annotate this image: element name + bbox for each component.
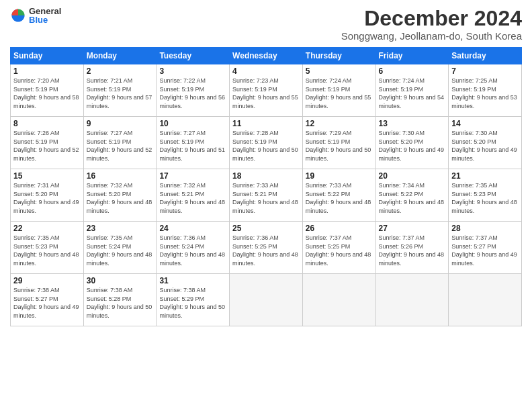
- calendar-cell: 21 Sunrise: 7:35 AM Sunset: 5:23 PM Dayl…: [449, 169, 522, 222]
- day-info: Sunrise: 7:20 AM Sunset: 5:19 PM Dayligh…: [13, 77, 81, 110]
- day-number: 4: [232, 66, 300, 76]
- day-info: Sunrise: 7:30 AM Sunset: 5:20 PM Dayligh…: [379, 129, 446, 163]
- day-info: Sunrise: 7:34 AM Sunset: 5:22 PM Dayligh…: [379, 181, 446, 215]
- calendar-cell: 11 Sunrise: 7:28 AM Sunset: 5:19 PM Dayl…: [230, 117, 303, 169]
- day-number: 29: [13, 276, 81, 285]
- day-number: 30: [87, 276, 154, 285]
- header: General Blue December 2024 Songgwang, Je…: [10, 7, 522, 42]
- day-number: 3: [159, 66, 226, 76]
- calendar-cell: 14 Sunrise: 7:30 AM Sunset: 5:20 PM Dayl…: [449, 117, 522, 169]
- calendar-cell: 5 Sunrise: 7:24 AM Sunset: 5:19 PM Dayli…: [302, 64, 375, 117]
- day-info: Sunrise: 7:23 AM Sunset: 5:19 PM Dayligh…: [232, 77, 300, 110]
- calendar-cell: 28 Sunrise: 7:37 AM Sunset: 5:27 PM Dayl…: [449, 222, 522, 274]
- calendar-cell: 25 Sunrise: 7:36 AM Sunset: 5:25 PM Dayl…: [230, 222, 303, 274]
- day-info: Sunrise: 7:37 AM Sunset: 5:27 PM Dayligh…: [451, 234, 519, 267]
- day-info: Sunrise: 7:26 AM Sunset: 5:19 PM Dayligh…: [13, 129, 81, 163]
- day-number: 18: [232, 171, 300, 181]
- day-number: 7: [451, 66, 519, 76]
- day-info: Sunrise: 7:24 AM Sunset: 5:19 PM Dayligh…: [306, 77, 373, 110]
- calendar-cell: [230, 274, 303, 326]
- day-number: 17: [159, 171, 226, 181]
- col-wednesday: Wednesday: [230, 48, 303, 64]
- title-section: December 2024 Songgwang, Jeollanam-do, S…: [341, 7, 522, 42]
- day-number: 28: [451, 224, 519, 233]
- day-info: Sunrise: 7:24 AM Sunset: 5:19 PM Dayligh…: [379, 77, 446, 110]
- day-number: 25: [232, 224, 300, 233]
- calendar-cell: 2 Sunrise: 7:21 AM Sunset: 5:19 PM Dayli…: [83, 64, 157, 117]
- day-number: 6: [379, 66, 446, 76]
- calendar-cell: 1 Sunrise: 7:20 AM Sunset: 5:19 PM Dayli…: [11, 64, 84, 117]
- day-info: Sunrise: 7:35 AM Sunset: 5:24 PM Dayligh…: [87, 234, 154, 267]
- calendar-cell: 9 Sunrise: 7:27 AM Sunset: 5:19 PM Dayli…: [83, 117, 157, 169]
- logo-icon: [10, 7, 26, 24]
- calendar-cell: 4 Sunrise: 7:23 AM Sunset: 5:19 PM Dayli…: [230, 64, 303, 117]
- day-info: Sunrise: 7:36 AM Sunset: 5:25 PM Dayligh…: [232, 234, 300, 267]
- day-info: Sunrise: 7:31 AM Sunset: 5:20 PM Dayligh…: [13, 181, 81, 215]
- col-thursday: Thursday: [302, 48, 375, 64]
- calendar-week-4: 29 Sunrise: 7:38 AM Sunset: 5:27 PM Dayl…: [11, 274, 522, 326]
- calendar-cell: 15 Sunrise: 7:31 AM Sunset: 5:20 PM Dayl…: [11, 169, 84, 222]
- day-number: 19: [306, 171, 373, 181]
- col-sunday: Sunday: [11, 48, 84, 64]
- month-title: December 2024: [341, 7, 522, 30]
- day-info: Sunrise: 7:36 AM Sunset: 5:24 PM Dayligh…: [159, 234, 226, 267]
- day-info: Sunrise: 7:21 AM Sunset: 5:19 PM Dayligh…: [87, 77, 154, 110]
- day-info: Sunrise: 7:38 AM Sunset: 5:27 PM Dayligh…: [13, 286, 81, 320]
- location-subtitle: Songgwang, Jeollanam-do, South Korea: [341, 30, 522, 42]
- calendar-cell: 3 Sunrise: 7:22 AM Sunset: 5:19 PM Dayli…: [157, 64, 230, 117]
- day-number: 21: [451, 171, 519, 181]
- day-info: Sunrise: 7:33 AM Sunset: 5:22 PM Dayligh…: [306, 181, 373, 215]
- col-monday: Monday: [83, 48, 157, 64]
- day-number: 12: [306, 119, 373, 128]
- day-info: Sunrise: 7:30 AM Sunset: 5:20 PM Dayligh…: [451, 129, 519, 163]
- day-number: 14: [451, 119, 519, 128]
- col-saturday: Saturday: [449, 48, 522, 64]
- day-info: Sunrise: 7:38 AM Sunset: 5:28 PM Dayligh…: [87, 286, 154, 320]
- logo-text: General Blue: [29, 7, 61, 24]
- day-info: Sunrise: 7:32 AM Sunset: 5:20 PM Dayligh…: [87, 181, 154, 215]
- calendar-cell: 8 Sunrise: 7:26 AM Sunset: 5:19 PM Dayli…: [11, 117, 84, 169]
- day-number: 23: [87, 224, 154, 233]
- day-info: Sunrise: 7:32 AM Sunset: 5:21 PM Dayligh…: [159, 181, 226, 215]
- day-info: Sunrise: 7:37 AM Sunset: 5:25 PM Dayligh…: [306, 234, 373, 267]
- day-number: 2: [87, 66, 154, 76]
- calendar-page: General Blue December 2024 Songgwang, Je…: [0, 0, 532, 411]
- day-number: 9: [87, 119, 154, 128]
- calendar-cell: [302, 274, 375, 326]
- day-info: Sunrise: 7:38 AM Sunset: 5:29 PM Dayligh…: [159, 286, 226, 320]
- calendar-cell: 19 Sunrise: 7:33 AM Sunset: 5:22 PM Dayl…: [302, 169, 375, 222]
- col-friday: Friday: [375, 48, 449, 64]
- calendar-cell: 13 Sunrise: 7:30 AM Sunset: 5:20 PM Dayl…: [375, 117, 449, 169]
- day-number: 31: [159, 276, 226, 285]
- calendar-cell: 24 Sunrise: 7:36 AM Sunset: 5:24 PM Dayl…: [157, 222, 230, 274]
- day-info: Sunrise: 7:29 AM Sunset: 5:19 PM Dayligh…: [306, 129, 373, 163]
- calendar-cell: 18 Sunrise: 7:33 AM Sunset: 5:21 PM Dayl…: [230, 169, 303, 222]
- calendar-cell: [375, 274, 449, 326]
- calendar-week-1: 8 Sunrise: 7:26 AM Sunset: 5:19 PM Dayli…: [11, 117, 522, 169]
- day-number: 10: [159, 119, 226, 128]
- day-number: 5: [306, 66, 373, 76]
- calendar-table: Sunday Monday Tuesday Wednesday Thursday…: [10, 47, 522, 326]
- calendar-cell: 12 Sunrise: 7:29 AM Sunset: 5:19 PM Dayl…: [302, 117, 375, 169]
- day-number: 15: [13, 171, 81, 181]
- day-number: 22: [13, 224, 81, 233]
- calendar-cell: 7 Sunrise: 7:25 AM Sunset: 5:19 PM Dayli…: [449, 64, 522, 117]
- calendar-cell: 30 Sunrise: 7:38 AM Sunset: 5:28 PM Dayl…: [83, 274, 157, 326]
- calendar-cell: 20 Sunrise: 7:34 AM Sunset: 5:22 PM Dayl…: [375, 169, 449, 222]
- day-info: Sunrise: 7:35 AM Sunset: 5:23 PM Dayligh…: [13, 234, 81, 267]
- day-info: Sunrise: 7:37 AM Sunset: 5:26 PM Dayligh…: [379, 234, 446, 267]
- calendar-cell: 22 Sunrise: 7:35 AM Sunset: 5:23 PM Dayl…: [11, 222, 84, 274]
- day-info: Sunrise: 7:25 AM Sunset: 5:19 PM Dayligh…: [451, 77, 519, 110]
- day-info: Sunrise: 7:27 AM Sunset: 5:19 PM Dayligh…: [87, 129, 154, 163]
- day-number: 16: [87, 171, 154, 181]
- day-info: Sunrise: 7:27 AM Sunset: 5:19 PM Dayligh…: [159, 129, 226, 163]
- logo-blue: Blue: [29, 15, 61, 24]
- day-number: 11: [232, 119, 300, 128]
- calendar-cell: 29 Sunrise: 7:38 AM Sunset: 5:27 PM Dayl…: [11, 274, 84, 326]
- day-info: Sunrise: 7:22 AM Sunset: 5:19 PM Dayligh…: [159, 77, 226, 110]
- col-tuesday: Tuesday: [157, 48, 230, 64]
- day-info: Sunrise: 7:35 AM Sunset: 5:23 PM Dayligh…: [451, 181, 519, 215]
- calendar-cell: 10 Sunrise: 7:27 AM Sunset: 5:19 PM Dayl…: [157, 117, 230, 169]
- calendar-week-3: 22 Sunrise: 7:35 AM Sunset: 5:23 PM Dayl…: [11, 222, 522, 274]
- calendar-cell: 27 Sunrise: 7:37 AM Sunset: 5:26 PM Dayl…: [375, 222, 449, 274]
